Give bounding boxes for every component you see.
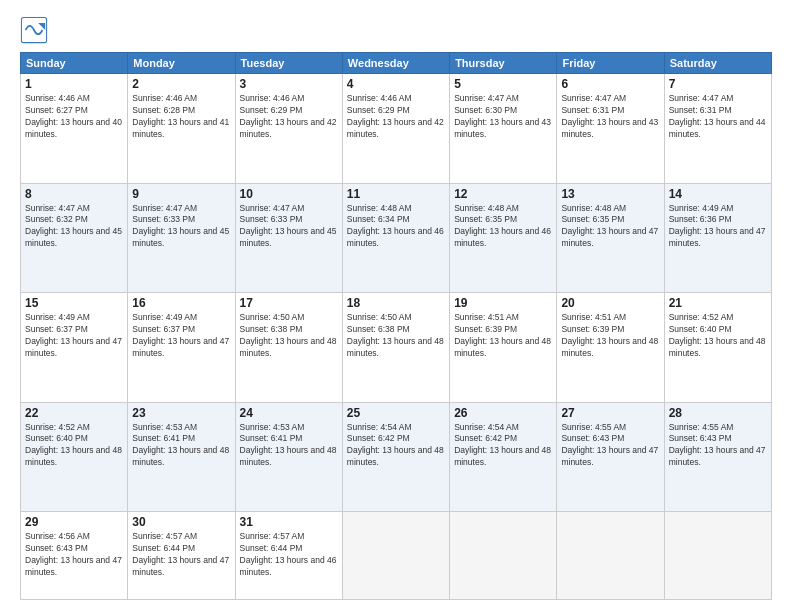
calendar-cell: 3Sunrise: 4:46 AM Sunset: 6:29 PM Daylig…: [235, 74, 342, 184]
day-number: 4: [347, 77, 445, 91]
day-info: Sunrise: 4:55 AM Sunset: 6:43 PM Dayligh…: [669, 422, 767, 470]
day-number: 3: [240, 77, 338, 91]
day-info: Sunrise: 4:51 AM Sunset: 6:39 PM Dayligh…: [561, 312, 659, 360]
calendar-week-row: 8Sunrise: 4:47 AM Sunset: 6:32 PM Daylig…: [21, 183, 772, 293]
day-number: 18: [347, 296, 445, 310]
day-info: Sunrise: 4:46 AM Sunset: 6:29 PM Dayligh…: [347, 93, 445, 141]
logo-icon: [20, 16, 48, 44]
day-number: 24: [240, 406, 338, 420]
day-info: Sunrise: 4:46 AM Sunset: 6:27 PM Dayligh…: [25, 93, 123, 141]
day-number: 27: [561, 406, 659, 420]
calendar-cell: 4Sunrise: 4:46 AM Sunset: 6:29 PM Daylig…: [342, 74, 449, 184]
weekday-header-tuesday: Tuesday: [235, 53, 342, 74]
day-number: 8: [25, 187, 123, 201]
calendar-cell: 12Sunrise: 4:48 AM Sunset: 6:35 PM Dayli…: [450, 183, 557, 293]
day-number: 14: [669, 187, 767, 201]
day-number: 7: [669, 77, 767, 91]
page: SundayMondayTuesdayWednesdayThursdayFrid…: [0, 0, 792, 612]
day-number: 13: [561, 187, 659, 201]
day-number: 20: [561, 296, 659, 310]
day-number: 21: [669, 296, 767, 310]
calendar-body: 1Sunrise: 4:46 AM Sunset: 6:27 PM Daylig…: [21, 74, 772, 600]
calendar-cell: 8Sunrise: 4:47 AM Sunset: 6:32 PM Daylig…: [21, 183, 128, 293]
calendar-cell: 9Sunrise: 4:47 AM Sunset: 6:33 PM Daylig…: [128, 183, 235, 293]
calendar-cell: [664, 512, 771, 600]
day-info: Sunrise: 4:50 AM Sunset: 6:38 PM Dayligh…: [347, 312, 445, 360]
calendar-cell: 23Sunrise: 4:53 AM Sunset: 6:41 PM Dayli…: [128, 402, 235, 512]
calendar-week-row: 1Sunrise: 4:46 AM Sunset: 6:27 PM Daylig…: [21, 74, 772, 184]
day-number: 15: [25, 296, 123, 310]
day-info: Sunrise: 4:53 AM Sunset: 6:41 PM Dayligh…: [240, 422, 338, 470]
calendar-cell: 30Sunrise: 4:57 AM Sunset: 6:44 PM Dayli…: [128, 512, 235, 600]
calendar-cell: 20Sunrise: 4:51 AM Sunset: 6:39 PM Dayli…: [557, 293, 664, 403]
day-number: 6: [561, 77, 659, 91]
day-number: 30: [132, 515, 230, 529]
day-info: Sunrise: 4:49 AM Sunset: 6:37 PM Dayligh…: [132, 312, 230, 360]
weekday-header-friday: Friday: [557, 53, 664, 74]
calendar-cell: 17Sunrise: 4:50 AM Sunset: 6:38 PM Dayli…: [235, 293, 342, 403]
calendar-cell: 26Sunrise: 4:54 AM Sunset: 6:42 PM Dayli…: [450, 402, 557, 512]
calendar-cell: 22Sunrise: 4:52 AM Sunset: 6:40 PM Dayli…: [21, 402, 128, 512]
calendar-header: SundayMondayTuesdayWednesdayThursdayFrid…: [21, 53, 772, 74]
weekday-header-wednesday: Wednesday: [342, 53, 449, 74]
calendar-cell: 18Sunrise: 4:50 AM Sunset: 6:38 PM Dayli…: [342, 293, 449, 403]
calendar-cell: 16Sunrise: 4:49 AM Sunset: 6:37 PM Dayli…: [128, 293, 235, 403]
day-info: Sunrise: 4:47 AM Sunset: 6:31 PM Dayligh…: [561, 93, 659, 141]
weekday-header-thursday: Thursday: [450, 53, 557, 74]
day-number: 28: [669, 406, 767, 420]
day-info: Sunrise: 4:56 AM Sunset: 6:43 PM Dayligh…: [25, 531, 123, 579]
day-info: Sunrise: 4:54 AM Sunset: 6:42 PM Dayligh…: [347, 422, 445, 470]
day-info: Sunrise: 4:57 AM Sunset: 6:44 PM Dayligh…: [132, 531, 230, 579]
weekday-header-monday: Monday: [128, 53, 235, 74]
calendar-cell: 13Sunrise: 4:48 AM Sunset: 6:35 PM Dayli…: [557, 183, 664, 293]
day-info: Sunrise: 4:50 AM Sunset: 6:38 PM Dayligh…: [240, 312, 338, 360]
day-number: 25: [347, 406, 445, 420]
calendar-cell: 29Sunrise: 4:56 AM Sunset: 6:43 PM Dayli…: [21, 512, 128, 600]
day-number: 9: [132, 187, 230, 201]
day-info: Sunrise: 4:48 AM Sunset: 6:35 PM Dayligh…: [561, 203, 659, 251]
calendar-week-row: 22Sunrise: 4:52 AM Sunset: 6:40 PM Dayli…: [21, 402, 772, 512]
calendar-cell: 25Sunrise: 4:54 AM Sunset: 6:42 PM Dayli…: [342, 402, 449, 512]
weekday-header-sunday: Sunday: [21, 53, 128, 74]
day-number: 19: [454, 296, 552, 310]
day-number: 22: [25, 406, 123, 420]
calendar-week-row: 15Sunrise: 4:49 AM Sunset: 6:37 PM Dayli…: [21, 293, 772, 403]
logo: [20, 16, 52, 44]
calendar-cell: 2Sunrise: 4:46 AM Sunset: 6:28 PM Daylig…: [128, 74, 235, 184]
day-info: Sunrise: 4:47 AM Sunset: 6:30 PM Dayligh…: [454, 93, 552, 141]
day-number: 10: [240, 187, 338, 201]
day-info: Sunrise: 4:47 AM Sunset: 6:31 PM Dayligh…: [669, 93, 767, 141]
day-number: 2: [132, 77, 230, 91]
day-info: Sunrise: 4:47 AM Sunset: 6:32 PM Dayligh…: [25, 203, 123, 251]
calendar-cell: 14Sunrise: 4:49 AM Sunset: 6:36 PM Dayli…: [664, 183, 771, 293]
day-number: 5: [454, 77, 552, 91]
calendar-cell: 1Sunrise: 4:46 AM Sunset: 6:27 PM Daylig…: [21, 74, 128, 184]
calendar-week-row: 29Sunrise: 4:56 AM Sunset: 6:43 PM Dayli…: [21, 512, 772, 600]
day-info: Sunrise: 4:46 AM Sunset: 6:29 PM Dayligh…: [240, 93, 338, 141]
day-info: Sunrise: 4:57 AM Sunset: 6:44 PM Dayligh…: [240, 531, 338, 579]
day-number: 17: [240, 296, 338, 310]
day-info: Sunrise: 4:49 AM Sunset: 6:36 PM Dayligh…: [669, 203, 767, 251]
calendar-cell: [450, 512, 557, 600]
day-info: Sunrise: 4:48 AM Sunset: 6:35 PM Dayligh…: [454, 203, 552, 251]
weekday-header-row: SundayMondayTuesdayWednesdayThursdayFrid…: [21, 53, 772, 74]
day-info: Sunrise: 4:51 AM Sunset: 6:39 PM Dayligh…: [454, 312, 552, 360]
day-number: 23: [132, 406, 230, 420]
header: [20, 16, 772, 44]
calendar-cell: 7Sunrise: 4:47 AM Sunset: 6:31 PM Daylig…: [664, 74, 771, 184]
day-number: 11: [347, 187, 445, 201]
calendar-cell: 5Sunrise: 4:47 AM Sunset: 6:30 PM Daylig…: [450, 74, 557, 184]
day-info: Sunrise: 4:52 AM Sunset: 6:40 PM Dayligh…: [25, 422, 123, 470]
day-number: 29: [25, 515, 123, 529]
day-info: Sunrise: 4:49 AM Sunset: 6:37 PM Dayligh…: [25, 312, 123, 360]
day-info: Sunrise: 4:53 AM Sunset: 6:41 PM Dayligh…: [132, 422, 230, 470]
calendar-cell: [557, 512, 664, 600]
day-number: 12: [454, 187, 552, 201]
calendar-cell: 24Sunrise: 4:53 AM Sunset: 6:41 PM Dayli…: [235, 402, 342, 512]
weekday-header-saturday: Saturday: [664, 53, 771, 74]
calendar-cell: 11Sunrise: 4:48 AM Sunset: 6:34 PM Dayli…: [342, 183, 449, 293]
day-info: Sunrise: 4:52 AM Sunset: 6:40 PM Dayligh…: [669, 312, 767, 360]
day-info: Sunrise: 4:48 AM Sunset: 6:34 PM Dayligh…: [347, 203, 445, 251]
calendar-cell: 27Sunrise: 4:55 AM Sunset: 6:43 PM Dayli…: [557, 402, 664, 512]
calendar-cell: 6Sunrise: 4:47 AM Sunset: 6:31 PM Daylig…: [557, 74, 664, 184]
